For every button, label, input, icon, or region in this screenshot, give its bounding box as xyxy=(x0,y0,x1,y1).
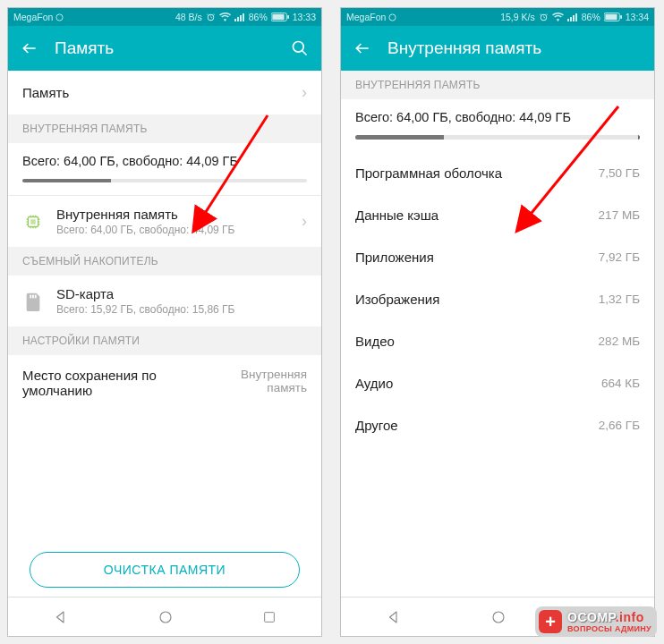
storage-detail-row[interactable]: Другое2,66 ГБ xyxy=(341,404,654,446)
storage-detail-row[interactable]: Изображения1,32 ГБ xyxy=(341,278,654,320)
storage-bar xyxy=(355,135,640,140)
sd-card-icon xyxy=(24,292,42,311)
content: Память › ВНУТРЕННЯЯ ПАМЯТЬ Всего: 64,00 … xyxy=(8,71,321,552)
svg-point-14 xyxy=(160,612,171,623)
sd-sub: Всего: 15,92 ГБ, свободно: 15,86 ГБ xyxy=(56,303,307,316)
net-speed: 48 B/s xyxy=(175,12,202,22)
svg-rect-3 xyxy=(240,15,242,21)
wifi-icon xyxy=(219,13,231,21)
wifi-icon xyxy=(552,13,564,21)
chevron-right-icon: › xyxy=(302,83,307,102)
svg-point-8 xyxy=(294,42,304,53)
storage-detail-row[interactable]: Данные кэша217 МБ xyxy=(341,194,654,236)
clean-memory-button[interactable]: ОЧИСТКА ПАМЯТИ xyxy=(30,552,300,588)
svg-rect-6 xyxy=(272,14,284,20)
detail-value: 2,66 ГБ xyxy=(599,419,640,432)
svg-rect-13 xyxy=(35,294,37,298)
alarm-icon xyxy=(539,13,549,22)
watermark-tagline: ВОПРОСЫ АДМИНУ xyxy=(567,624,651,633)
storage-summary: Всего: 64,00 ГБ, свободно: 44,09 ГБ xyxy=(8,143,321,195)
internal-sub: Всего: 64,00 ГБ, свободно: 44,09 ГБ xyxy=(56,224,289,236)
default-location-row[interactable]: Место сохранения по умолчанию Внутренняя… xyxy=(8,355,321,411)
detail-label: Видео xyxy=(355,334,395,349)
clean-memory-label: ОЧИСТКА ПАМЯТИ xyxy=(104,563,226,577)
nav-recent-icon[interactable] xyxy=(262,610,277,624)
watermark-suffix: .info xyxy=(616,610,644,624)
battery-pct: 86% xyxy=(582,12,600,22)
nav-home-icon[interactable] xyxy=(157,609,174,625)
internal-storage-item[interactable]: Внутренняя память Всего: 64,00 ГБ, свобо… xyxy=(8,196,321,247)
back-icon[interactable] xyxy=(21,39,38,57)
summary-text: Всего: 64,00 ГБ, свободно: 44,09 ГБ xyxy=(355,110,640,124)
summary-text: Всего: 64,00 ГБ, свободно: 44,09 ГБ xyxy=(22,154,307,168)
phone-left: MegaFon 48 B/s 86% 13:33 Память Память ›… xyxy=(7,7,322,637)
android-navbar xyxy=(8,597,321,636)
detail-label: Данные кэша xyxy=(355,208,438,223)
section-internal: ВНУТРЕННЯЯ ПАМЯТЬ xyxy=(341,71,654,99)
svg-rect-4 xyxy=(243,13,244,21)
storage-bar-fill xyxy=(22,179,111,182)
svg-rect-18 xyxy=(570,17,572,21)
chip-icon xyxy=(23,212,43,232)
appbar: Память xyxy=(8,26,321,71)
nav-memory-row[interactable]: Память › xyxy=(8,71,321,114)
internal-label: Внутренняя память xyxy=(56,207,289,222)
svg-rect-23 xyxy=(620,15,622,19)
detail-value: 7,92 ГБ xyxy=(599,250,640,264)
svg-point-16 xyxy=(389,13,396,20)
svg-rect-15 xyxy=(265,612,275,622)
storage-bar-fill xyxy=(355,135,444,140)
appbar-title: Внутренняя память xyxy=(387,38,642,58)
svg-rect-12 xyxy=(32,294,34,298)
svg-point-24 xyxy=(493,612,504,623)
battery-icon xyxy=(604,13,622,21)
alarm-icon xyxy=(206,13,216,22)
svg-rect-10 xyxy=(30,219,36,225)
watermark: + OCOMP.info ВОПРОСЫ АДМИНУ xyxy=(535,606,657,637)
detail-value: 282 МБ xyxy=(599,335,640,348)
storage-detail-row[interactable]: Аудио664 КБ xyxy=(341,362,654,404)
storage-detail-row[interactable]: Приложения7,92 ГБ xyxy=(341,236,654,278)
phone-right: MegaFon 15,9 K/s 86% 13:34 Внутренняя па… xyxy=(340,7,655,637)
carrier-icon xyxy=(55,13,64,21)
default-location-label: Место сохранения по умолчанию xyxy=(22,368,175,398)
sd-label: SD-карта xyxy=(56,286,307,301)
section-internal: ВНУТРЕННЯЯ ПАМЯТЬ xyxy=(8,114,321,143)
clock: 13:34 xyxy=(626,12,649,22)
carrier-label: MegaFon xyxy=(13,12,53,22)
svg-rect-1 xyxy=(234,19,236,21)
svg-rect-7 xyxy=(287,15,289,19)
sd-card-item[interactable]: SD-карта Всего: 15,92 ГБ, свободно: 15,8… xyxy=(8,275,321,326)
signal-icon xyxy=(234,13,245,21)
nav-back-icon[interactable] xyxy=(386,609,402,625)
storage-bar xyxy=(22,179,307,182)
detail-value: 1,32 ГБ xyxy=(599,292,640,306)
detail-value: 7,50 ГБ xyxy=(599,166,640,180)
storage-detail-row[interactable]: Программная оболочка7,50 ГБ xyxy=(341,152,654,194)
section-removable: СЪЕМНЫЙ НАКОПИТЕЛЬ xyxy=(8,247,321,275)
nav-back-icon[interactable] xyxy=(53,609,69,625)
detail-value: 217 МБ xyxy=(599,208,640,222)
section-settings: НАСТРОЙКИ ПАМЯТИ xyxy=(8,326,321,355)
nav-memory-label: Память xyxy=(22,85,69,100)
detail-value: 664 КБ xyxy=(601,377,640,390)
back-icon[interactable] xyxy=(353,39,371,57)
detail-label: Изображения xyxy=(355,292,439,307)
svg-rect-2 xyxy=(237,17,239,21)
nav-home-icon[interactable] xyxy=(490,609,507,625)
detail-label: Программная оболочка xyxy=(355,165,502,181)
net-speed: 15,9 K/s xyxy=(500,12,535,22)
svg-rect-19 xyxy=(573,15,575,21)
detail-label: Приложения xyxy=(355,250,434,265)
clock: 13:33 xyxy=(293,12,316,22)
appbar: Внутренняя память xyxy=(341,26,654,71)
storage-detail-row[interactable]: Видео282 МБ xyxy=(341,320,654,362)
search-icon[interactable] xyxy=(291,39,309,57)
storage-bar-knob xyxy=(638,135,640,140)
svg-rect-22 xyxy=(605,14,617,20)
storage-summary: Всего: 64,00 ГБ, свободно: 44,09 ГБ xyxy=(341,99,654,152)
carrier-label: MegaFon xyxy=(346,12,386,22)
svg-rect-20 xyxy=(575,13,577,21)
svg-rect-17 xyxy=(567,19,569,21)
watermark-brand: OCOMP xyxy=(567,610,616,624)
